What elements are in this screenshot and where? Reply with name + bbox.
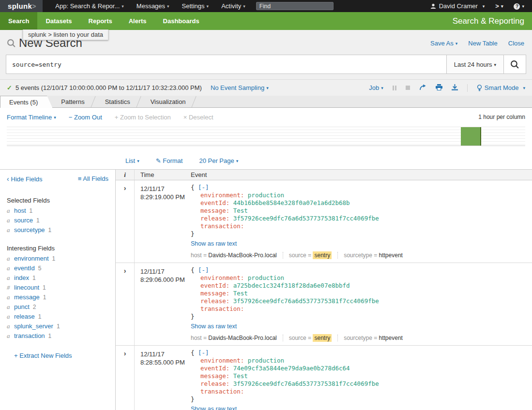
save-as-button[interactable]: Save As [430,40,457,47]
format-results-button[interactable]: Format [156,157,183,164]
collapse-json-link[interactable]: [-] [198,184,209,191]
source-value[interactable]: sentry [313,251,332,259]
tab-statistics[interactable]: Statistics [96,96,142,107]
source-value[interactable]: sentry [313,334,332,342]
chevron-down-icon [454,40,458,47]
hide-fields-button[interactable]: Hide Fields [7,175,43,183]
zoom-out-button[interactable]: Zoom Out [69,114,102,121]
host-value[interactable]: Davids-MacBook-Pro.local [208,252,276,259]
collapse-json-link[interactable]: [-] [198,266,209,274]
event-time: 12/11/17 8:28:55.000 PM [135,346,185,410]
time-range-picker[interactable]: Last 24 hours [446,55,503,73]
collapse-json-link[interactable]: [-] [198,349,209,356]
tab-patterns[interactable]: Patterns [52,96,96,107]
field-item-linecount[interactable]: #linecount1 [7,285,108,291]
event-row: › 12/11/17 8:29:06.000 PM { [-] environm… [116,263,532,346]
chevron-down-icon [120,2,124,10]
field-item-source[interactable]: asource1 [7,218,108,223]
chevron-down-icon [234,157,239,164]
nav-item-reports[interactable]: Reports [80,12,121,30]
show-raw-text-link[interactable]: Show as raw text [191,323,237,330]
nav-item-dashboards[interactable]: Dashboards [155,12,208,30]
field-item-splunk-server[interactable]: asplunk_server1 [7,323,108,329]
header-info-column: i [116,170,135,180]
splunk-logo[interactable]: splunk> [0,0,43,12]
user-name: David Cramer [439,2,478,10]
results-toolbar: List Format 20 Per Page [116,152,532,169]
top-navbar: splunk> App: Search & Repor... Messages … [0,0,532,12]
chevron-down-icon [379,84,383,91]
field-item-transaction[interactable]: atransaction1 [7,333,108,339]
tab-visualization[interactable]: Visualization [142,96,198,107]
user-menu[interactable]: David Cramer [430,2,485,10]
search-mode-menu[interactable]: Smart Mode [477,84,525,91]
search-bar: Last 24 hours [6,55,526,74]
extract-new-fields-button[interactable]: Extract New Fields [14,352,72,359]
user-icon [430,3,436,9]
activity-menu[interactable]: Activity [221,2,245,10]
print-button[interactable] [436,84,442,92]
event-sampling-menu[interactable]: No Event Sampling [211,84,269,91]
search-query-input[interactable] [6,55,446,73]
search-header: New Search Save As New Table Close Last … [0,30,532,108]
field-item-environment[interactable]: aenvironment1 [7,256,108,262]
chevron-down-icon [165,2,169,10]
pause-icon [393,86,394,90]
find-input[interactable] [256,2,334,10]
per-page-menu[interactable]: 20 Per Page [199,157,238,164]
chevron-down-icon [135,157,139,164]
field-item-punct[interactable]: apunct2 [7,304,108,310]
field-item-sourcetype[interactable]: asourcetype1 [7,227,108,233]
settings-menu[interactable]: Settings [182,2,209,10]
quick-links-menu[interactable]: > [495,2,503,10]
format-timeline-menu[interactable]: Format Timeline [7,114,56,121]
lightbulb-icon [477,85,482,91]
timeline-histogram[interactable] [7,127,525,146]
printer-icon [436,84,442,90]
new-table-button[interactable]: New Table [468,40,497,47]
list-view-menu[interactable]: List [125,157,139,164]
field-type-icon: a [7,323,14,329]
field-item-release[interactable]: arelease1 [7,314,108,320]
splunk-search-app: splunk> App: Search & Repor... Messages … [0,0,532,410]
field-item-eventid[interactable]: aeventId5 [7,265,108,271]
chevron-down-icon [264,84,269,91]
nav-item-search[interactable]: Search [0,12,37,30]
expand-event-icon[interactable]: › [124,267,126,274]
field-item-host[interactable]: ahost1 [7,208,108,214]
event-time: 12/11/17 8:29:06.000 PM [135,263,185,345]
show-raw-text-link[interactable]: Show as raw text [191,406,237,410]
sourcetype-value[interactable]: httpevent [379,252,403,259]
expand-event-icon[interactable]: › [124,185,126,191]
messages-menu[interactable]: Messages [137,2,169,10]
field-item-index[interactable]: aindex1 [7,275,108,281]
export-button[interactable] [452,84,458,92]
search-tooltip: splunk > listen to your data [23,29,108,40]
expand-event-icon[interactable]: › [124,350,126,357]
all-fields-button[interactable]: All Fields [78,175,108,183]
timeline-bar[interactable] [461,127,481,146]
show-raw-text-link[interactable]: Show as raw text [191,240,237,247]
zoom-to-selection-button: Zoom to Selection [115,114,171,121]
help-menu[interactable]: ? [514,2,524,10]
field-item-message[interactable]: amessage1 [7,294,108,300]
pause-job-button[interactable] [393,86,396,90]
stop-job-button[interactable] [406,86,410,90]
nav-item-alerts[interactable]: Alerts [121,12,155,30]
sourcetype-value[interactable]: httpevent [379,335,403,341]
chevron-down-icon [481,2,485,10]
tab-events[interactable]: Events (5) [0,96,52,108]
app-menu[interactable]: App: Search & Repor... [55,2,124,10]
chevron-down-icon [241,2,245,10]
nav-item-datasets[interactable]: Datasets [37,12,80,30]
host-value[interactable]: Davids-MacBook-Pro.local [208,335,276,341]
chevron-down-icon [205,2,209,10]
logo-caret-icon: > [32,2,36,10]
results-tabs: Events (5) Patterns Statistics Visualiza… [0,96,532,108]
share-job-button[interactable] [419,84,426,92]
divider [467,84,468,92]
search-button[interactable] [503,55,526,73]
event-row: › 12/11/17 8:29:19.000 PM { [-] environm… [116,180,532,263]
close-button[interactable]: Close [508,40,524,47]
job-menu[interactable]: Job [369,84,383,91]
